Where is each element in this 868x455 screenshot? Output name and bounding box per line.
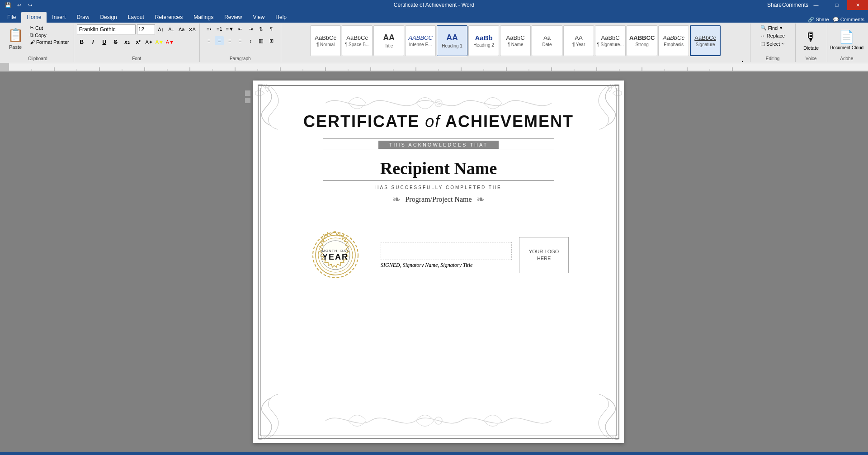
- select-icon: ⬚: [760, 41, 765, 47]
- recipient-line: [323, 180, 554, 180]
- tab-review[interactable]: Review: [219, 12, 247, 23]
- comments-button[interactable]: Comments: [785, 0, 806, 10]
- style-date-preview: Aa: [543, 34, 551, 41]
- multilevel-list-button[interactable]: ≡▼: [225, 24, 234, 33]
- style-title[interactable]: AA Title: [373, 25, 404, 56]
- style-intense-preview: AABBCC: [408, 34, 432, 41]
- style-heading2[interactable]: AaBb Heading 2: [468, 25, 499, 56]
- find-button[interactable]: 🔍 Find ▼: [759, 24, 785, 31]
- font-size-input[interactable]: [137, 24, 155, 34]
- tab-insert[interactable]: Insert: [47, 12, 71, 23]
- font-name-input[interactable]: [77, 24, 136, 34]
- adobe-group-label: Adobe: [840, 55, 853, 61]
- superscript-button[interactable]: x²: [133, 37, 143, 47]
- svg-point-35: [615, 85, 619, 89]
- save-button[interactable]: 💾: [4, 1, 13, 9]
- style-emphasis-preview: AaBbCc: [663, 34, 684, 41]
- style-sig-label: ¶ Signature...: [597, 42, 623, 47]
- style-signature2[interactable]: AaBbCc Signature: [690, 25, 721, 56]
- tab-mailings[interactable]: Mailings: [188, 12, 219, 23]
- italic-button[interactable]: I: [88, 37, 98, 47]
- change-case-button[interactable]: Aa: [177, 25, 186, 34]
- flourish-right: ❧: [476, 194, 485, 205]
- text-effects-button[interactable]: A✦: [145, 38, 154, 47]
- style-space-before[interactable]: AaBbCc ¶ Space B...: [342, 25, 373, 56]
- replace-label: Replace: [767, 33, 785, 38]
- style-date[interactable]: Aa Date: [532, 25, 562, 56]
- tab-references[interactable]: References: [150, 12, 188, 23]
- replace-button[interactable]: ↔ Replace: [759, 33, 787, 39]
- style-name[interactable]: AaBbC ¶ Name: [500, 25, 531, 56]
- share-ribbon-button[interactable]: 🔗 Share: [808, 17, 829, 23]
- copy-button[interactable]: ⧉ Copy: [28, 32, 71, 38]
- tab-design[interactable]: Design: [94, 12, 122, 23]
- style-signature[interactable]: AaBbC ¶ Signature...: [595, 25, 626, 56]
- clipboard-group: 📋 Paste ✂ Cut ⧉ Copy 🖌 Format Painter Cl…: [2, 24, 74, 62]
- subscript-button[interactable]: x₂: [122, 37, 132, 47]
- select-button[interactable]: ⬚ Select ~: [759, 40, 786, 47]
- tab-help[interactable]: Help: [270, 12, 292, 23]
- maximize-button[interactable]: □: [826, 0, 847, 10]
- replace-icon: ↔: [760, 33, 765, 38]
- style-intense-emphasis[interactable]: AABBCC Intense E...: [405, 25, 436, 56]
- cert-title[interactable]: CERTIFICATE of ACHIEVEMENT: [303, 112, 574, 131]
- style-year[interactable]: AA ¶ Year: [563, 25, 594, 56]
- cert-program[interactable]: Program/Project Name: [405, 195, 472, 204]
- style-emphasis-label: Emphasis: [664, 42, 684, 47]
- minimize-button[interactable]: —: [806, 0, 826, 10]
- decrease-font-button[interactable]: A↓: [167, 25, 176, 34]
- highlight-color-button[interactable]: A▼: [155, 38, 164, 47]
- style-date-label: Date: [542, 42, 552, 47]
- sign-line-box[interactable]: [381, 242, 512, 260]
- borders-button[interactable]: ⊞: [267, 36, 276, 45]
- shading-button[interactable]: ▥: [256, 36, 265, 45]
- align-right-button[interactable]: ≡: [225, 36, 234, 45]
- tab-layout[interactable]: Layout: [123, 12, 150, 23]
- cert-acknowledges[interactable]: THIS ACKNOWLEDGES THAT: [378, 141, 499, 149]
- copy-icon: ⧉: [30, 32, 33, 38]
- cert-recipient[interactable]: Recipient Name: [380, 158, 497, 178]
- underline-button[interactable]: U: [99, 37, 109, 47]
- line-spacing-button[interactable]: ↕: [246, 36, 255, 45]
- style-strong[interactable]: AABBCC Strong: [627, 25, 657, 56]
- bold-button[interactable]: B: [77, 37, 87, 47]
- tab-draw[interactable]: Draw: [71, 12, 94, 23]
- tab-home[interactable]: Home: [21, 12, 47, 23]
- justify-button[interactable]: ≡: [236, 36, 245, 45]
- cert-completed[interactable]: HAS SUCCESSFULLY COMPLETED THE: [375, 185, 502, 190]
- redo-button[interactable]: ↪: [25, 1, 34, 9]
- numbering-button[interactable]: ≡1: [215, 24, 224, 33]
- tab-file[interactable]: File: [2, 12, 21, 23]
- dictate-button[interactable]: 🎙: [805, 29, 817, 44]
- comments-ribbon-button[interactable]: 💬 Comments: [833, 17, 864, 23]
- font-color-button[interactable]: A▼: [165, 38, 175, 47]
- bullets-button[interactable]: ≡•: [204, 24, 213, 33]
- style-h1-preview: AA: [446, 33, 458, 43]
- undo-button[interactable]: ↩: [14, 1, 24, 9]
- cut-button[interactable]: ✂ Cut: [28, 24, 71, 31]
- clipboard-label: Clipboard: [28, 55, 47, 61]
- increase-indent-button[interactable]: ⇥: [246, 24, 255, 33]
- strikethrough-button[interactable]: S: [111, 37, 121, 47]
- style-heading1[interactable]: AA Heading 1: [437, 25, 467, 56]
- certificate-page[interactable]: CERTIFICATE of ACHIEVEMENT THIS ACKNOWLE…: [253, 81, 624, 443]
- svg-point-37: [258, 435, 262, 438]
- align-center-button[interactable]: ≡: [215, 36, 224, 45]
- decrease-indent-button[interactable]: ⇤: [236, 24, 245, 33]
- tab-view[interactable]: View: [248, 12, 270, 23]
- paste-button[interactable]: 📋 Paste: [5, 24, 26, 51]
- cert-logo-box[interactable]: YOUR LOGO HERE: [519, 237, 569, 273]
- close-button[interactable]: ✕: [847, 0, 868, 10]
- show-formatting-button[interactable]: ¶: [267, 24, 276, 33]
- format-painter-button[interactable]: 🖌 Format Painter: [28, 39, 71, 45]
- styles-scroll-up[interactable]: ▲: [738, 57, 747, 62]
- style-emphasis[interactable]: AaBbCc Emphasis: [658, 25, 689, 56]
- style-sig2-label: Signature: [696, 42, 715, 47]
- adobe-button[interactable]: 📄: [839, 29, 854, 44]
- increase-font-button[interactable]: A↑: [156, 25, 165, 34]
- sort-button[interactable]: ⇅: [256, 24, 265, 33]
- style-normal[interactable]: AaBbCc ¶ Normal: [310, 25, 341, 56]
- section-marker: [245, 90, 250, 96]
- clear-formatting-button[interactable]: ✕A: [188, 25, 197, 34]
- align-left-button[interactable]: ≡: [204, 36, 213, 45]
